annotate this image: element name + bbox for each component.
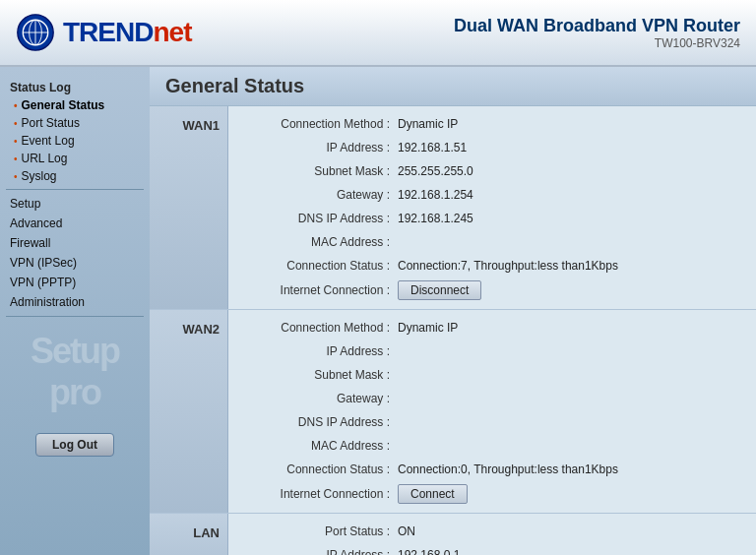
wan2-fields: Connection Method : Dynamic IP IP Addres… (228, 310, 756, 513)
sidebar-label-port-status: Port Status (22, 116, 80, 130)
wan1-disconnect-button[interactable]: Disconnect (398, 280, 481, 300)
sidebar: Status Log • General Status • Port Statu… (0, 67, 150, 555)
sidebar-watermark: Setuppro (0, 321, 150, 423)
bullet-icon: • (14, 100, 18, 111)
sidebar-divider (6, 189, 144, 190)
wan1-connection-method-label: Connection Method : (240, 117, 398, 131)
wan1-gateway-row: Gateway : 192.168.1.254 (228, 183, 756, 207)
content-area: General Status WAN1 Connection Method : … (150, 67, 756, 555)
wan2-mac-label: MAC Address : (240, 439, 398, 453)
wan2-ip-label: IP Address : (240, 344, 398, 358)
logo-text: TRENDnet (63, 17, 191, 48)
page-header: TRENDnet Dual WAN Broadband VPN Router T… (0, 0, 756, 67)
lan-ip-value: 192.168.0.1 (398, 548, 460, 555)
lan-ip-row: IP Address : 192.168.0.1 (228, 543, 756, 555)
logo-icon (16, 13, 55, 52)
lan-ip-label: IP Address : (240, 548, 398, 555)
wan1-mac-row: MAC Address : (228, 230, 756, 254)
wan1-status-row: Connection Status : Connection:7, Throug… (228, 254, 756, 278)
sidebar-item-url-log[interactable]: • URL Log (0, 150, 150, 167)
lan-port-status-row: Port Status : ON (228, 520, 756, 543)
wan2-ip-row: IP Address : (228, 339, 756, 363)
wan1-ip-row: IP Address : 192.168.1.51 (228, 136, 756, 159)
content-body: WAN1 Connection Method : Dynamic IP IP A… (150, 106, 756, 555)
sidebar-label-syslog: Syslog (22, 169, 57, 183)
lan-port-status-value: ON (398, 524, 415, 538)
wan2-section: WAN2 Connection Method : Dynamic IP IP A… (150, 310, 756, 514)
header-info: Dual WAN Broadband VPN Router TW100-BRV3… (454, 16, 740, 50)
wan1-gateway-label: Gateway : (240, 188, 398, 202)
wan2-gateway-row: Gateway : (228, 387, 756, 410)
wan1-ip-label: IP Address : (240, 141, 398, 154)
wan1-mac-label: MAC Address : (240, 235, 398, 249)
wan2-mac-row: MAC Address : (228, 434, 756, 458)
lan-section: LAN Port Status : ON IP Address : 192.16… (150, 514, 756, 555)
wan1-status-label: Connection Status : (240, 259, 398, 273)
sidebar-item-port-status[interactable]: • Port Status (0, 114, 150, 132)
wan2-connection-method-row: Connection Method : Dynamic IP (228, 316, 756, 339)
wan1-dns-value: 192.168.1.245 (398, 212, 473, 225)
wan2-dns-row: DNS IP Address : (228, 410, 756, 434)
wan1-subnet-row: Subnet Mask : 255.255.255.0 (228, 159, 756, 183)
wan2-connection-method-label: Connection Method : (240, 321, 398, 335)
wan2-internet-label: Internet Connection : (240, 487, 398, 501)
content-header: General Status (150, 67, 756, 106)
wan1-fields: Connection Method : Dynamic IP IP Addres… (228, 106, 756, 309)
wan1-internet-label: Internet Connection : (240, 283, 398, 297)
bullet-icon: • (14, 118, 18, 129)
sidebar-item-setup[interactable]: Setup (0, 194, 150, 214)
wan2-gateway-label: Gateway : (240, 392, 398, 405)
wan1-dns-row: DNS IP Address : 192.168.1.245 (228, 207, 756, 230)
sidebar-label-general-status: General Status (22, 98, 105, 112)
bullet-icon: • (14, 154, 18, 164)
wan1-section: WAN1 Connection Method : Dynamic IP IP A… (150, 106, 756, 310)
main-layout: Status Log • General Status • Port Statu… (0, 67, 756, 555)
wan1-connection-method-row: Connection Method : Dynamic IP (228, 112, 756, 136)
status-log-title: Status Log (0, 77, 150, 96)
sidebar-item-vpn-pptp[interactable]: VPN (PPTP) (0, 273, 150, 292)
sidebar-item-vpn-ipsec[interactable]: VPN (IPSec) (0, 253, 150, 273)
sidebar-item-event-log[interactable]: • Event Log (0, 132, 150, 150)
sidebar-divider-2 (6, 316, 144, 317)
sidebar-label-event-log: Event Log (22, 134, 75, 148)
bullet-icon: • (14, 136, 18, 147)
wan1-connection-method-value: Dynamic IP (398, 117, 458, 131)
wan1-label: WAN1 (150, 106, 228, 309)
lan-port-status-label: Port Status : (240, 524, 398, 538)
lan-fields: Port Status : ON IP Address : 192.168.0.… (228, 514, 756, 555)
wan2-internet-row: Internet Connection : Connect (228, 481, 756, 507)
sidebar-item-general-status[interactable]: • General Status (0, 96, 150, 114)
product-model: TW100-BRV324 (454, 36, 740, 50)
wan1-internet-row: Internet Connection : Disconnect (228, 278, 756, 303)
sidebar-item-syslog[interactable]: • Syslog (0, 167, 150, 185)
bullet-icon: • (14, 171, 18, 182)
wan1-dns-label: DNS IP Address : (240, 212, 398, 225)
wan2-connection-method-value: Dynamic IP (398, 321, 458, 335)
wan2-label: WAN2 (150, 310, 228, 513)
wan1-status-value: Connection:7, Throughput:less than1Kbps (398, 259, 618, 273)
wan2-dns-label: DNS IP Address : (240, 415, 398, 429)
wan1-subnet-label: Subnet Mask : (240, 164, 398, 178)
wan2-status-value: Connection:0, Throughput:less than1Kbps (398, 462, 618, 476)
sidebar-item-administration[interactable]: Administration (0, 292, 150, 312)
wan2-subnet-label: Subnet Mask : (240, 368, 398, 382)
logo: TRENDnet (16, 13, 191, 52)
product-title: Dual WAN Broadband VPN Router (454, 16, 740, 36)
content-title: General Status (165, 75, 740, 97)
wan2-status-row: Connection Status : Connection:0, Throug… (228, 458, 756, 481)
sidebar-item-firewall[interactable]: Firewall (0, 233, 150, 253)
wan1-ip-value: 192.168.1.51 (398, 141, 467, 154)
wan1-gateway-value: 192.168.1.254 (398, 188, 473, 202)
wan2-subnet-row: Subnet Mask : (228, 363, 756, 387)
wan2-connect-button[interactable]: Connect (398, 484, 468, 504)
wan2-status-label: Connection Status : (240, 462, 398, 476)
sidebar-item-advanced[interactable]: Advanced (0, 214, 150, 233)
lan-label: LAN (150, 514, 228, 555)
wan1-subnet-value: 255.255.255.0 (398, 164, 473, 178)
logout-button[interactable]: Log Out (35, 433, 114, 457)
sidebar-label-url-log: URL Log (22, 152, 68, 165)
